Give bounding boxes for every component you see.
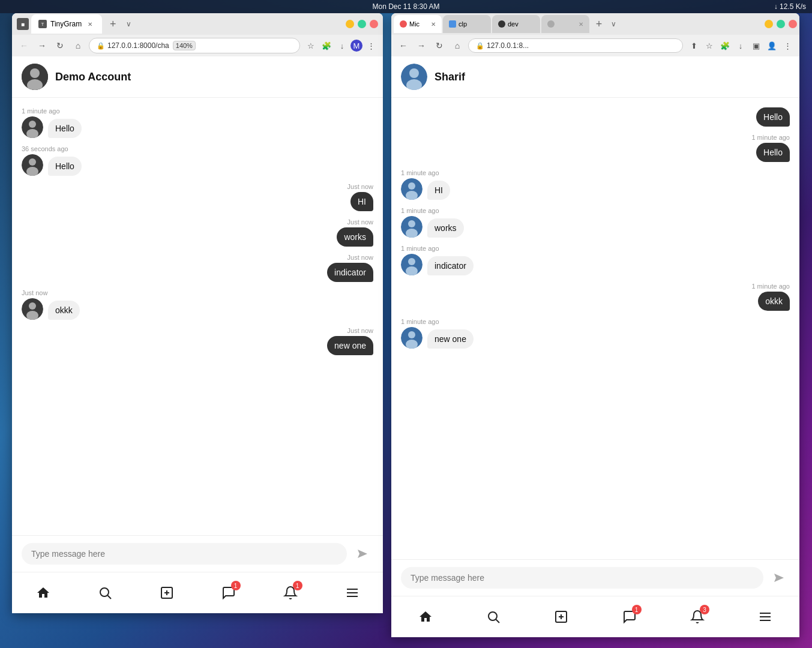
msg-bubble-m4: works	[337, 227, 373, 247]
home-nav-btn-right[interactable]: ⌂	[450, 38, 465, 53]
url-text-left: 127.0.0.1:8000/cha	[107, 41, 169, 50]
message-input-left[interactable]	[22, 543, 347, 565]
close-btn-left[interactable]: ✕	[370, 20, 378, 28]
tab-blank-close[interactable]: ✕	[579, 21, 583, 28]
tab-tinygram-icon: T	[38, 20, 47, 28]
svg-point-1	[30, 68, 40, 78]
svg-point-10	[29, 302, 36, 310]
avatar-rm5	[401, 254, 423, 275]
tab-mic-close[interactable]: ✕	[431, 21, 436, 28]
nav-bell-left[interactable]: 1	[277, 580, 304, 606]
tab-blank-icon	[547, 20, 555, 28]
profile-icon-left[interactable]: M	[350, 40, 362, 52]
lock-icon-right: 🔒	[476, 42, 484, 50]
avatar-rm4	[401, 216, 423, 238]
nav-add-left[interactable]	[154, 580, 180, 606]
tab-blank[interactable]: ✕	[541, 15, 589, 33]
svg-point-7	[29, 158, 36, 166]
avatar-sharif	[401, 64, 427, 90]
maximize-btn-right[interactable]: □	[777, 20, 785, 28]
svg-point-12	[100, 588, 109, 596]
maximize-btn-left[interactable]: □	[358, 20, 366, 28]
chat-content-left: Demo Account 1 minute ago Hello 36 secon…	[12, 56, 383, 613]
bookmark-icon-right[interactable]: ☆	[702, 38, 717, 53]
avatar-demo-img	[22, 64, 48, 90]
msg-group-rm3: 1 minute ago HI	[401, 169, 790, 200]
os-datetime: Mon Dec 11 8:30 AM	[372, 2, 439, 11]
messages-area-right[interactable]: Hello 1 minute ago Hello 1 minute ago HI	[391, 98, 799, 559]
msg-timestamp-rm2: 1 minute ago	[751, 134, 790, 141]
toolbar-icons-left: ☆ 🧩 ↓ M ⋮	[304, 38, 378, 53]
tab-clp-label: clp	[459, 20, 467, 28]
ext-icon-left[interactable]: 🧩	[319, 38, 334, 53]
tab-clp[interactable]: clp	[443, 15, 491, 33]
message-input-right[interactable]	[401, 567, 763, 589]
browser-window-left: ■ T TinyGram ✕ + ∨ — □ ✕ ← → ↻ ⌂ 🔒 127.0…	[12, 13, 383, 613]
avatar-m6	[22, 298, 43, 320]
nav-home-right[interactable]	[412, 604, 439, 630]
msg-timestamp-m2: 36 seconds ago	[22, 145, 68, 152]
minimize-btn-left[interactable]: —	[346, 20, 354, 28]
forward-btn-right[interactable]: →	[414, 38, 429, 53]
tab-tinygram[interactable]: T TinyGram ✕	[31, 14, 102, 34]
address-input-right[interactable]: 🔒 127.0.0.1:8...	[468, 38, 683, 53]
window-controls-right: — □ ✕	[765, 20, 797, 28]
share-icon-right[interactable]: ⬆	[687, 38, 701, 53]
msg-timestamp-m7: Just now	[347, 327, 373, 334]
msg-group-m4: Just now works	[22, 218, 373, 247]
svg-point-24	[408, 182, 415, 190]
tab-dropdown-right[interactable]: ∨	[611, 20, 616, 28]
download-icon-left[interactable]: ↓	[335, 38, 349, 53]
close-btn-right[interactable]: ✕	[789, 20, 797, 28]
nav-search-left[interactable]	[92, 580, 118, 606]
nav-menu-left[interactable]	[339, 580, 365, 606]
minimize-btn-right[interactable]: —	[765, 20, 773, 28]
msg-bubble-m7: new one	[327, 336, 373, 355]
send-btn-left[interactable]	[352, 543, 373, 565]
bottom-nav-right: 1 3	[391, 596, 799, 637]
sidebar-icon-right[interactable]: ▣	[749, 38, 763, 53]
msg-row-rm3: HI	[401, 178, 450, 200]
nav-menu-right[interactable]	[752, 604, 778, 630]
msg-timestamp-rm3: 1 minute ago	[401, 169, 439, 176]
nav-add-right[interactable]	[548, 604, 574, 630]
reload-btn-right[interactable]: ↻	[432, 38, 447, 53]
tab-mic-icon	[400, 20, 407, 28]
back-btn-left[interactable]: ←	[17, 38, 31, 53]
tab-dev[interactable]: dev	[492, 15, 540, 33]
nav-chat-right[interactable]: 1	[616, 604, 643, 630]
msg-group-rm1: Hello	[401, 107, 790, 127]
nav-home-left[interactable]	[30, 580, 56, 606]
home-nav-btn-left[interactable]: ⌂	[71, 38, 85, 53]
avatar-rm7	[401, 327, 423, 349]
tab-new-left[interactable]: +	[104, 16, 121, 32]
person-icon-right[interactable]: 👤	[765, 38, 779, 53]
tab-bar-left: ■ T TinyGram ✕ + ∨ — □ ✕	[12, 13, 383, 35]
messages-area-left[interactable]: 1 minute ago Hello 36 seconds ago Hello	[12, 98, 383, 535]
msg-timestamp-m3: Just now	[347, 183, 373, 190]
ext-icon-right[interactable]: 🧩	[718, 38, 732, 53]
tab-close-left[interactable]: ✕	[85, 19, 95, 29]
menu-icon-right[interactable]: ⋮	[780, 38, 795, 53]
tab-dev-label: dev	[508, 20, 519, 28]
msg-row-rm5: indicator	[401, 254, 474, 275]
nav-chat-left[interactable]: 1	[215, 580, 242, 606]
tab-mic[interactable]: Mic ✕	[394, 15, 442, 33]
tab-dropdown-left[interactable]: ∨	[126, 20, 131, 28]
address-input-left[interactable]: 🔒 127.0.0.1:8000/cha 140%	[89, 38, 300, 53]
download-icon-right[interactable]: ↓	[733, 38, 748, 53]
send-btn-right[interactable]	[768, 567, 790, 589]
bookmark-icon-left[interactable]: ☆	[304, 38, 318, 53]
forward-btn-left[interactable]: →	[35, 38, 49, 53]
menu-icon-left[interactable]: ⋮	[364, 38, 378, 53]
nav-bell-right[interactable]: 3	[684, 604, 711, 630]
msg-group-m3: Just now HI	[22, 183, 373, 211]
tab-new-right[interactable]: +	[591, 16, 607, 32]
reload-btn-left[interactable]: ↻	[53, 38, 67, 53]
url-text-right: 127.0.0.1:8...	[487, 41, 529, 50]
msg-row-rm7: new one	[401, 327, 474, 349]
msg-timestamp-rm4: 1 minute ago	[401, 207, 439, 214]
tab-tinygram-label: TinyGram	[50, 20, 82, 28]
nav-search-right[interactable]	[480, 604, 507, 630]
back-btn-right[interactable]: ←	[396, 38, 411, 53]
